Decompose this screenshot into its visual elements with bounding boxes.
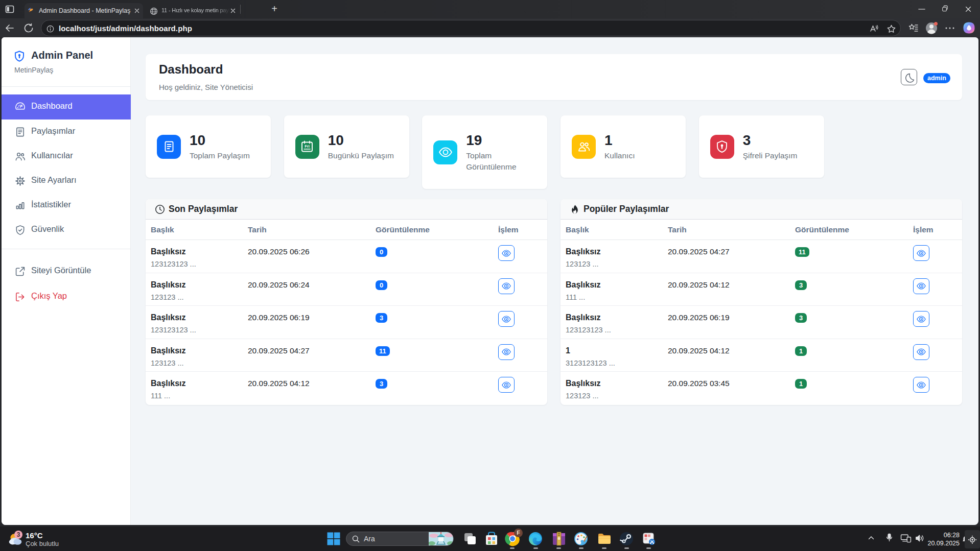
svg-text:Fri: Fri (305, 144, 310, 149)
